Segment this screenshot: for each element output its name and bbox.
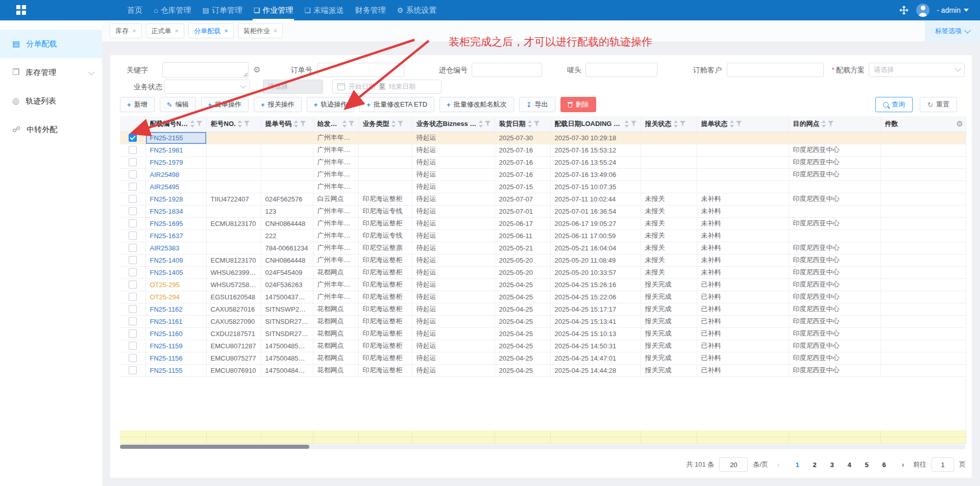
filter-funnel-icon[interactable] [244, 121, 250, 126]
consol-no-link[interactable]: FN25-1155 [150, 367, 183, 374]
row-checkbox[interactable] [129, 354, 137, 362]
page-number[interactable]: 2 [807, 458, 822, 471]
search-button[interactable]: 查询 [875, 97, 913, 112]
nav-item[interactable]: 作业管理 [253, 0, 295, 20]
goto-page-input[interactable] [932, 457, 954, 472]
user-menu[interactable]: - admin [937, 6, 969, 14]
row-checkbox[interactable] [129, 170, 137, 178]
sort-icon[interactable] [674, 120, 678, 127]
filter-funnel-icon[interactable] [485, 121, 491, 126]
consol-no-link[interactable]: FN25-1981 [150, 146, 183, 154]
row-checkbox[interactable] [129, 134, 137, 142]
sidebar-item[interactable]: 库存管理 [0, 58, 102, 87]
row-checkbox[interactable] [129, 207, 137, 215]
nav-item[interactable]: 仓库管理 [153, 0, 192, 20]
row-checkbox[interactable] [129, 268, 137, 276]
sort-icon[interactable] [528, 120, 532, 127]
toolbar-button[interactable]: 新增 [120, 97, 155, 112]
sort-icon[interactable] [730, 120, 734, 127]
toolbar-button[interactable]: 导出 [519, 97, 555, 112]
row-checkbox[interactable] [129, 146, 137, 154]
close-icon[interactable]: × [274, 27, 278, 35]
filter-funnel-icon[interactable] [828, 121, 834, 126]
consol-no-link[interactable]: FN25-1159 [150, 342, 183, 350]
booking-customer-input[interactable] [727, 63, 824, 77]
row-checkbox[interactable] [129, 305, 137, 313]
column-header[interactable]: 配载日期LOADING DATE [550, 116, 641, 132]
order-no-input[interactable] [317, 63, 404, 77]
row-checkbox[interactable] [129, 256, 137, 264]
row-checkbox[interactable] [129, 342, 137, 350]
filter-funnel-icon[interactable] [349, 121, 354, 126]
row-checkbox[interactable] [129, 232, 137, 240]
consol-no-link[interactable]: FN25-1161 [150, 318, 183, 325]
apps-grid-icon[interactable] [16, 5, 26, 15]
prev-page-arrow[interactable]: ‹ [773, 461, 783, 469]
consol-no-link[interactable]: FN25-2155 [150, 134, 183, 142]
sort-icon[interactable] [190, 120, 194, 127]
inbound-no-input[interactable] [472, 63, 542, 77]
keyword-input[interactable] [162, 62, 249, 78]
consol-no-link[interactable]: FN25-1695 [150, 220, 183, 227]
sort-icon[interactable] [238, 120, 242, 127]
horizontal-scrollbar[interactable] [120, 444, 966, 449]
sort-icon[interactable] [342, 120, 347, 127]
column-header[interactable]: 报关状态 [641, 116, 697, 132]
consol-no-link[interactable]: AIR25495 [150, 183, 180, 191]
sort-icon[interactable] [479, 120, 483, 127]
column-header[interactable] [120, 116, 145, 132]
page-tab[interactable]: 库存 × [110, 23, 142, 38]
toolbar-button[interactable]: 批量修改船名航次 [439, 97, 514, 112]
column-header[interactable]: 始发网点 [313, 116, 358, 132]
page-number[interactable]: 3 [824, 458, 840, 471]
filter-funnel-icon[interactable] [398, 121, 403, 126]
toolbar-button[interactable]: 批量修改ETA ETD [359, 97, 434, 112]
consol-no-link[interactable]: FN25-1834 [150, 208, 183, 215]
mark-input[interactable] [585, 63, 657, 77]
nav-item[interactable]: 系统设置 [396, 0, 438, 20]
sidebar-item[interactable]: 分单配载 [0, 30, 102, 58]
nav-item[interactable]: 首页 [126, 0, 143, 20]
column-header[interactable]: 业务状态Bizness Type [412, 116, 495, 132]
filter-funnel-icon[interactable] [197, 121, 202, 126]
column-header[interactable]: 提单号码 [261, 116, 313, 132]
toolbar-button[interactable]: 报关操作 [254, 97, 302, 112]
scrollbar-thumb[interactable] [120, 445, 309, 449]
sort-icon[interactable] [625, 120, 629, 127]
close-icon[interactable]: × [132, 27, 136, 35]
sort-icon[interactable] [822, 120, 826, 127]
filter-funnel-icon[interactable] [631, 121, 636, 126]
toolbar-button[interactable]: 删除 [560, 97, 596, 112]
page-number[interactable]: 1 [790, 458, 805, 471]
row-checkbox[interactable] [129, 317, 137, 325]
page-number[interactable]: 6 [876, 458, 892, 471]
row-checkbox[interactable] [129, 195, 137, 203]
close-icon[interactable]: × [224, 27, 228, 35]
biz-status-select[interactable] [164, 80, 250, 94]
filter-funnel-icon[interactable] [300, 121, 306, 126]
page-size-input[interactable] [719, 457, 748, 472]
load-plan-select[interactable]: 请选择 [869, 63, 965, 77]
keyword-settings-gear-icon[interactable]: ⚙ [253, 66, 260, 74]
reset-button[interactable]: 重置 [920, 97, 957, 112]
sidebar-item[interactable]: 中转外配 [0, 115, 102, 144]
consol-no-link[interactable]: FN25-1637 [150, 232, 183, 240]
page-tab[interactable]: 分单配载 × [188, 23, 234, 38]
row-checkbox[interactable] [129, 280, 137, 289]
consol-no-link[interactable]: OT25-295 [150, 281, 180, 289]
consol-no-link[interactable]: FN25-1156 [150, 354, 183, 362]
consol-no-link[interactable]: OT25-294 [150, 293, 180, 301]
consol-no-link[interactable]: AIR25383 [150, 244, 180, 252]
column-header[interactable]: 柜号NO. [206, 116, 261, 132]
page-tab[interactable]: 正式单 × [146, 23, 185, 38]
row-checkbox[interactable] [129, 366, 137, 374]
row-checkbox[interactable] [129, 219, 137, 227]
close-icon[interactable]: × [175, 27, 179, 35]
sort-icon[interactable] [391, 120, 396, 127]
column-settings-gear-icon[interactable]: ⚙ [957, 120, 963, 127]
column-header[interactable]: 目的网点 [789, 116, 880, 132]
consol-no-link[interactable]: FN25-1160 [150, 330, 183, 338]
tab-options-button[interactable]: 标签选项 [925, 20, 980, 41]
nav-item[interactable]: 末端派送 [303, 0, 345, 20]
toolbar-button[interactable]: 轨迹操作 [307, 97, 355, 112]
